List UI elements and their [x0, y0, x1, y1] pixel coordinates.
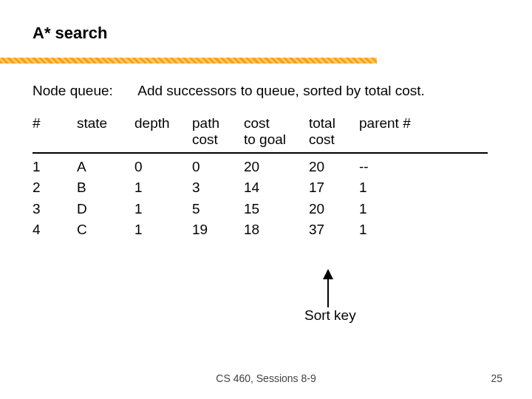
node-queue-table: # state depth path cost cost to goal tot…: [33, 115, 499, 241]
header-rule: [33, 152, 488, 154]
cell-cost-to-goal: 20: [244, 157, 309, 178]
cell-state: C: [77, 219, 134, 241]
cell-path-cost: 0: [192, 157, 244, 178]
cell-total-cost: 20: [309, 157, 359, 178]
subhead: Node queue: Add successors to queue, sor…: [33, 83, 502, 99]
col-cost-to-goal: cost to goal: [244, 115, 309, 148]
cell-state: A: [77, 157, 134, 178]
arrow-up-icon: [319, 269, 337, 310]
page-number: 25: [491, 372, 502, 384]
cell-state: B: [77, 177, 134, 199]
cell-depth: 1: [134, 199, 192, 220]
page-title: A* search: [33, 24, 502, 43]
col-total-cost: total cost: [309, 115, 359, 148]
cell-parent: 1: [359, 219, 448, 241]
queue-action: Add successors to queue, sorted by total…: [137, 83, 425, 98]
cell-path-cost: 19: [192, 219, 244, 241]
cell-depth: 0: [134, 157, 192, 178]
queue-label: Node queue:: [33, 83, 134, 99]
cell-parent: 1: [359, 199, 448, 220]
svg-marker-1: [323, 269, 333, 279]
col-parent: parent #: [359, 115, 448, 148]
cell-parent: 1: [359, 177, 448, 199]
col-state: state: [77, 115, 134, 148]
cell-num: 3: [33, 199, 77, 220]
title-underline: [0, 58, 377, 64]
cell-num: 1: [33, 157, 77, 178]
table-row: 2 B 1 3 14 17 1: [33, 177, 499, 199]
cell-total-cost: 37: [309, 219, 359, 241]
cell-cost-to-goal: 15: [244, 199, 309, 220]
col-num: #: [33, 115, 77, 148]
cell-path-cost: 5: [192, 199, 244, 220]
table-row: 4 C 1 19 18 37 1: [33, 219, 499, 241]
cell-path-cost: 3: [192, 177, 244, 199]
cell-cost-to-goal: 18: [244, 219, 309, 241]
slide: A* search Node queue: Add successors to …: [0, 0, 532, 399]
cell-depth: 1: [134, 219, 192, 241]
col-path-cost: path cost: [192, 115, 244, 148]
cell-cost-to-goal: 14: [244, 177, 309, 199]
cell-total-cost: 20: [309, 199, 359, 220]
table-row: 3 D 1 5 15 20 1: [33, 199, 499, 220]
sort-key-label: Sort key: [304, 307, 356, 324]
cell-total-cost: 17: [309, 177, 359, 199]
cell-state: D: [77, 199, 134, 220]
table-header: # state depth path cost cost to goal tot…: [33, 115, 499, 151]
cell-depth: 1: [134, 177, 192, 199]
footer-text: CS 460, Sessions 8-9: [0, 372, 532, 384]
table-row: 1 A 0 0 20 20 --: [33, 157, 499, 178]
col-depth: depth: [134, 115, 192, 148]
cell-num: 4: [33, 219, 77, 241]
cell-num: 2: [33, 177, 77, 199]
cell-parent: --: [359, 157, 448, 178]
